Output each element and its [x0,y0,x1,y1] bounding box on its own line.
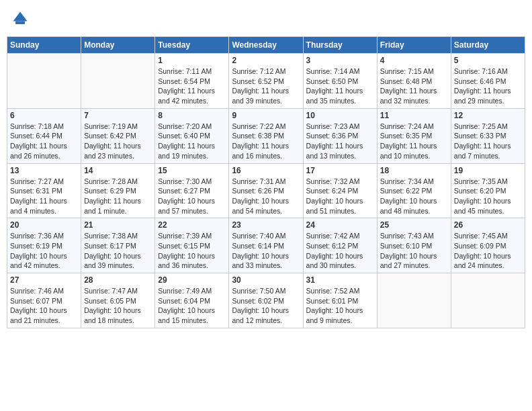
calendar-day-cell: 28Sunrise: 7:47 AM Sunset: 6:05 PM Dayli… [81,273,155,328]
day-number: 27 [10,275,78,285]
day-info: Sunrise: 7:14 AM Sunset: 6:50 PM Dayligh… [306,66,374,106]
calendar-day-cell: 26Sunrise: 7:45 AM Sunset: 6:09 PM Dayli… [451,218,525,273]
calendar-day-cell: 23Sunrise: 7:40 AM Sunset: 6:14 PM Dayli… [229,218,303,273]
day-number: 23 [232,220,300,230]
svg-marker-0 [13,12,28,21]
calendar-day-cell: 2Sunrise: 7:12 AM Sunset: 6:52 PM Daylig… [229,54,303,109]
day-info: Sunrise: 7:11 AM Sunset: 6:54 PM Dayligh… [158,66,226,106]
calendar-day-cell: 5Sunrise: 7:16 AM Sunset: 6:46 PM Daylig… [451,54,525,109]
calendar-day-cell: 7Sunrise: 7:19 AM Sunset: 6:42 PM Daylig… [81,108,155,163]
calendar-day-cell: 6Sunrise: 7:18 AM Sunset: 6:44 PM Daylig… [7,108,81,163]
day-info: Sunrise: 7:12 AM Sunset: 6:52 PM Dayligh… [232,66,300,106]
calendar-day-cell: 31Sunrise: 7:52 AM Sunset: 6:01 PM Dayli… [303,273,377,328]
day-of-week-header: Tuesday [155,37,229,54]
day-info: Sunrise: 7:50 AM Sunset: 6:02 PM Dayligh… [232,286,300,326]
day-info: Sunrise: 7:16 AM Sunset: 6:46 PM Dayligh… [454,66,522,106]
day-of-week-header: Saturday [451,37,525,54]
page-header [7,7,525,31]
calendar-week-row: 1Sunrise: 7:11 AM Sunset: 6:54 PM Daylig… [7,54,525,109]
day-info: Sunrise: 7:47 AM Sunset: 6:05 PM Dayligh… [84,286,152,326]
day-number: 26 [454,220,522,230]
day-number: 9 [232,111,300,120]
calendar-day-cell [7,54,81,109]
day-number: 14 [84,166,152,175]
day-info: Sunrise: 7:49 AM Sunset: 6:04 PM Dayligh… [158,286,226,326]
day-info: Sunrise: 7:18 AM Sunset: 6:44 PM Dayligh… [10,122,78,161]
calendar-day-cell: 3Sunrise: 7:14 AM Sunset: 6:50 PM Daylig… [303,54,377,109]
day-number: 21 [84,220,152,230]
day-number: 5 [454,56,522,65]
calendar-day-cell: 25Sunrise: 7:43 AM Sunset: 6:10 PM Dayli… [377,218,451,273]
day-number: 17 [306,166,374,175]
calendar-day-cell: 30Sunrise: 7:50 AM Sunset: 6:02 PM Dayli… [229,273,303,328]
day-number: 15 [158,166,226,175]
day-info: Sunrise: 7:27 AM Sunset: 6:31 PM Dayligh… [10,177,78,216]
day-info: Sunrise: 7:22 AM Sunset: 6:38 PM Dayligh… [232,122,300,161]
day-number: 19 [454,166,522,175]
day-info: Sunrise: 7:25 AM Sunset: 6:33 PM Dayligh… [454,122,522,161]
day-info: Sunrise: 7:35 AM Sunset: 6:20 PM Dayligh… [454,177,522,216]
calendar-week-row: 27Sunrise: 7:46 AM Sunset: 6:07 PM Dayli… [7,273,525,328]
calendar-week-row: 20Sunrise: 7:36 AM Sunset: 6:19 PM Dayli… [7,218,525,273]
calendar-day-cell: 21Sunrise: 7:38 AM Sunset: 6:17 PM Dayli… [81,218,155,273]
day-number: 2 [232,56,300,65]
calendar-day-cell: 22Sunrise: 7:39 AM Sunset: 6:15 PM Dayli… [155,218,229,273]
logo-icon [11,9,30,28]
calendar-day-cell: 27Sunrise: 7:46 AM Sunset: 6:07 PM Dayli… [7,273,81,328]
day-info: Sunrise: 7:32 AM Sunset: 6:24 PM Dayligh… [306,177,374,216]
day-number: 25 [380,220,448,230]
day-info: Sunrise: 7:46 AM Sunset: 6:07 PM Dayligh… [10,286,78,326]
calendar-day-cell: 8Sunrise: 7:20 AM Sunset: 6:40 PM Daylig… [155,108,229,163]
day-info: Sunrise: 7:52 AM Sunset: 6:01 PM Dayligh… [306,286,374,326]
day-info: Sunrise: 7:15 AM Sunset: 6:48 PM Dayligh… [380,66,448,106]
day-info: Sunrise: 7:23 AM Sunset: 6:36 PM Dayligh… [306,122,374,161]
calendar-week-row: 6Sunrise: 7:18 AM Sunset: 6:44 PM Daylig… [7,108,525,163]
day-number: 18 [380,166,448,175]
calendar-day-cell: 12Sunrise: 7:25 AM Sunset: 6:33 PM Dayli… [451,108,525,163]
calendar-day-cell: 13Sunrise: 7:27 AM Sunset: 6:31 PM Dayli… [7,163,81,218]
day-number: 30 [232,275,300,285]
day-number: 22 [158,220,226,230]
day-info: Sunrise: 7:31 AM Sunset: 6:26 PM Dayligh… [232,177,300,216]
day-info: Sunrise: 7:38 AM Sunset: 6:17 PM Dayligh… [84,231,152,271]
day-number: 11 [380,111,448,120]
day-number: 10 [306,111,374,120]
day-number: 1 [158,56,226,65]
calendar-day-cell: 17Sunrise: 7:32 AM Sunset: 6:24 PM Dayli… [303,163,377,218]
calendar-day-cell [81,54,155,109]
day-of-week-header: Thursday [303,37,377,54]
calendar-day-cell: 14Sunrise: 7:28 AM Sunset: 6:29 PM Dayli… [81,163,155,218]
day-info: Sunrise: 7:34 AM Sunset: 6:22 PM Dayligh… [380,177,448,216]
calendar-day-cell [377,273,451,328]
calendar-day-cell: 15Sunrise: 7:30 AM Sunset: 6:27 PM Dayli… [155,163,229,218]
day-number: 7 [84,111,152,120]
logo [11,9,31,28]
day-info: Sunrise: 7:45 AM Sunset: 6:09 PM Dayligh… [454,231,522,271]
day-of-week-header: Wednesday [229,37,303,54]
calendar-table: SundayMondayTuesdayWednesdayThursdayFrid… [7,36,525,328]
day-info: Sunrise: 7:20 AM Sunset: 6:40 PM Dayligh… [158,122,226,161]
day-number: 12 [454,111,522,120]
calendar-day-cell: 29Sunrise: 7:49 AM Sunset: 6:04 PM Dayli… [155,273,229,328]
day-number: 4 [380,56,448,65]
day-number: 3 [306,56,374,65]
day-info: Sunrise: 7:30 AM Sunset: 6:27 PM Dayligh… [158,177,226,216]
calendar-day-cell: 18Sunrise: 7:34 AM Sunset: 6:22 PM Dayli… [377,163,451,218]
day-number: 13 [10,166,78,175]
day-info: Sunrise: 7:19 AM Sunset: 6:42 PM Dayligh… [84,122,152,161]
calendar-day-cell: 9Sunrise: 7:22 AM Sunset: 6:38 PM Daylig… [229,108,303,163]
day-number: 28 [84,275,152,285]
calendar-day-cell: 1Sunrise: 7:11 AM Sunset: 6:54 PM Daylig… [155,54,229,109]
svg-rect-1 [15,21,25,24]
calendar-day-cell: 11Sunrise: 7:24 AM Sunset: 6:35 PM Dayli… [377,108,451,163]
day-info: Sunrise: 7:39 AM Sunset: 6:15 PM Dayligh… [158,231,226,271]
day-number: 8 [158,111,226,120]
day-of-week-header: Sunday [7,37,81,54]
day-number: 24 [306,220,374,230]
calendar-day-cell [451,273,525,328]
day-info: Sunrise: 7:28 AM Sunset: 6:29 PM Dayligh… [84,177,152,216]
calendar-day-cell: 19Sunrise: 7:35 AM Sunset: 6:20 PM Dayli… [451,163,525,218]
calendar-day-cell: 4Sunrise: 7:15 AM Sunset: 6:48 PM Daylig… [377,54,451,109]
day-number: 29 [158,275,226,285]
day-number: 6 [10,111,78,120]
